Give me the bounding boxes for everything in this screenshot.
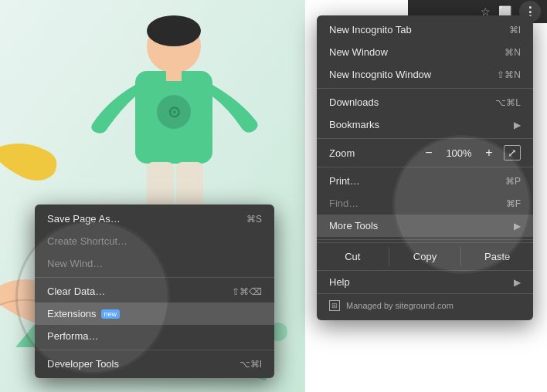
- svg-text:⊙: ⊙: [168, 103, 181, 120]
- zoom-plus-button[interactable]: +: [481, 146, 498, 160]
- managed-by-row: ⊞ Managed by siteground.com: [317, 293, 533, 317]
- menu-item-new-incognito-tab[interactable]: New Incognito Tab ⌘I: [317, 19, 533, 41]
- managed-text: Managed by siteground.com: [346, 301, 454, 310]
- zoom-value: 100%: [443, 147, 474, 159]
- copy-button[interactable]: Copy: [389, 247, 461, 266]
- submenu-separator-2: [35, 350, 274, 350]
- cut-button[interactable]: Cut: [317, 247, 389, 266]
- menu-item-more-tools[interactable]: More Tools ▶: [317, 215, 533, 237]
- menu-separator-4: [317, 239, 533, 240]
- submenu-item-developer-tools[interactable]: Developer Tools ⌥⌘I: [35, 353, 274, 375]
- zoom-minus-button[interactable]: −: [420, 146, 437, 160]
- menu-item-help[interactable]: Help ▶: [317, 271, 533, 293]
- zoom-fullscreen-button[interactable]: ⤢: [504, 145, 521, 161]
- main-context-menu: New Incognito Tab ⌘I New Window ⌘N New I…: [317, 15, 533, 320]
- submenu-item-performance[interactable]: Performa…: [35, 325, 274, 347]
- extensions-new-badge: new: [101, 309, 121, 319]
- submenu-item-create-shortcut[interactable]: Create Shortcut…: [35, 230, 274, 252]
- menu-separator-3: [317, 167, 533, 167]
- menu-item-new-incognito-window[interactable]: New Incognito Window ⇧⌘N: [317, 63, 533, 86]
- menu-item-find[interactable]: Find… ⌘F: [317, 192, 533, 215]
- submenu-item-new-window[interactable]: New Wind…: [35, 252, 274, 275]
- menu-item-bookmarks[interactable]: Bookmarks ▶: [317, 113, 533, 136]
- more-tools-submenu: Save Page As… ⌘S Create Shortcut… New Wi…: [35, 204, 274, 378]
- submenu-item-save-page-as[interactable]: Save Page As… ⌘S: [35, 208, 274, 230]
- menu-item-new-window[interactable]: New Window ⌘N: [317, 41, 533, 63]
- menu-item-print[interactable]: Print… ⌘P: [317, 170, 533, 192]
- svg-rect-8: [166, 69, 182, 81]
- submenu-item-clear-data[interactable]: Clear Data… ⇧⌘⌫: [35, 280, 274, 302]
- submenu-separator-1: [35, 277, 274, 278]
- menu-separator-1: [317, 88, 533, 89]
- zoom-control: Zoom − 100% + ⤢: [317, 141, 533, 164]
- submenu-item-extensions[interactable]: Extensions new: [35, 302, 274, 325]
- edit-actions-row: Cut Copy Paste: [317, 242, 533, 271]
- svg-point-2: [147, 15, 201, 46]
- paste-button[interactable]: Paste: [460, 247, 533, 266]
- menu-item-downloads[interactable]: Downloads ⌥⌘L: [317, 91, 533, 113]
- menu-separator-2: [317, 138, 533, 139]
- managed-icon: ⊞: [329, 300, 340, 311]
